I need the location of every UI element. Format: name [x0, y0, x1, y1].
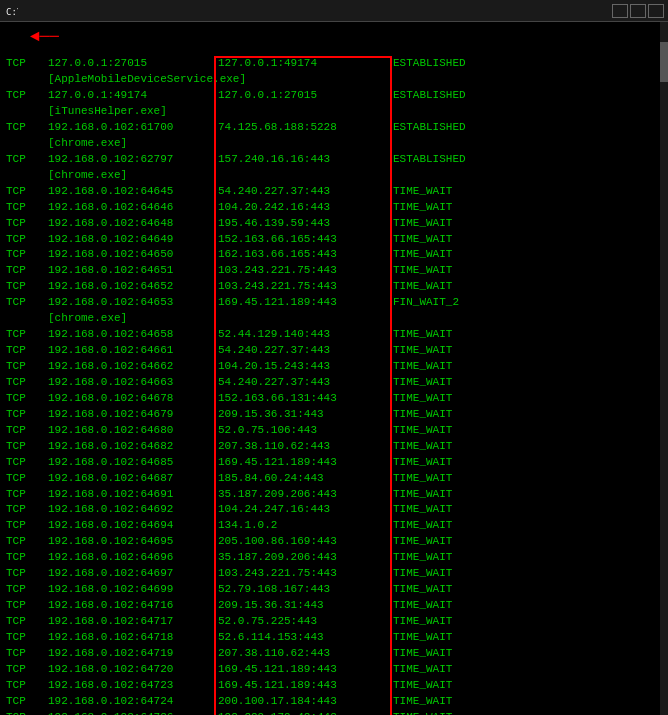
row-local: 127.0.0.1:27015 — [48, 56, 218, 72]
row-proto: TCP — [6, 359, 48, 375]
row-foreign: 169.45.121.189:443 — [218, 295, 393, 311]
row-state: TIME_WAIT — [393, 710, 662, 715]
row-state: TIME_WAIT — [393, 550, 662, 566]
row-state: TIME_WAIT — [393, 487, 662, 503]
row-foreign: 54.240.227.37:443 — [218, 184, 393, 200]
table-row: TCP 192.168.0.102:64694 134.1.0.2 TIME_W… — [6, 518, 662, 534]
table-row: [AppleMobileDeviceService.exe] — [6, 72, 662, 88]
row-proto: TCP — [6, 343, 48, 359]
row-state: TIME_WAIT — [393, 359, 662, 375]
row-proto: TCP — [6, 152, 48, 168]
scrollbar[interactable] — [660, 22, 668, 715]
row-foreign: 104.20.242.16:443 — [218, 200, 393, 216]
row-proto: TCP — [6, 232, 48, 248]
row-foreign: 52.79.168.167:443 — [218, 582, 393, 598]
table-row: TCP 192.168.0.102:64648 195.46.139.59:44… — [6, 216, 662, 232]
row-proto: TCP — [6, 423, 48, 439]
row-local: 192.168.0.102:64682 — [48, 439, 218, 455]
row-proto: TCP — [6, 582, 48, 598]
row-proto: TCP — [6, 710, 48, 715]
table-row: TCP 192.168.0.102:64696 35.187.209.206:4… — [6, 550, 662, 566]
row-foreign: 169.45.121.189:443 — [218, 662, 393, 678]
row-proto: TCP — [6, 120, 48, 136]
table-row: TCP 127.0.0.1:27015 127.0.0.1:49174 ESTA… — [6, 56, 662, 72]
connections-list: TCP 127.0.0.1:27015 127.0.0.1:49174 ESTA… — [6, 56, 662, 715]
row-local: 192.168.0.102:64651 — [48, 263, 218, 279]
table-row: TCP 192.168.0.102:64695 205.100.86.169:4… — [6, 534, 662, 550]
row-state: TIME_WAIT — [393, 216, 662, 232]
scrollbar-thumb[interactable] — [660, 42, 668, 82]
row-state: TIME_WAIT — [393, 630, 662, 646]
row-local: 192.168.0.102:64717 — [48, 614, 218, 630]
table-row: TCP 192.168.0.102:64697 103.243.221.75:4… — [6, 566, 662, 582]
row-local: 192.168.0.102:64658 — [48, 327, 218, 343]
row-foreign: 185.84.60.24:443 — [218, 471, 393, 487]
row-local: 192.168.0.102:64661 — [48, 343, 218, 359]
row-proto: TCP — [6, 439, 48, 455]
table-row: TCP 192.168.0.102:64716 209.15.36.31:443… — [6, 598, 662, 614]
table-row: TCP 192.168.0.102:64649 152.163.66.165:4… — [6, 232, 662, 248]
row-local: 192.168.0.102:64648 — [48, 216, 218, 232]
row-local: 192.168.0.102:64724 — [48, 694, 218, 710]
row-local: 192.168.0.102:64692 — [48, 502, 218, 518]
row-state: ESTABLISHED — [393, 88, 662, 104]
row-state: TIME_WAIT — [393, 566, 662, 582]
table-row: TCP 192.168.0.102:64723 169.45.121.189:4… — [6, 678, 662, 694]
row-local: 192.168.0.102:64645 — [48, 184, 218, 200]
row-local: 192.168.0.102:64680 — [48, 423, 218, 439]
row-foreign: 103.243.221.75:443 — [218, 279, 393, 295]
row-local: 192.168.0.102:64652 — [48, 279, 218, 295]
row-state: TIME_WAIT — [393, 694, 662, 710]
row-proto: TCP — [6, 614, 48, 630]
table-row: [iTunesHelper.exe] — [6, 104, 662, 120]
svg-text:C:\: C:\ — [6, 7, 18, 17]
row-local: 192.168.0.102:64653 — [48, 295, 218, 311]
row-proto — [6, 311, 48, 327]
table-row: TCP 192.168.0.102:64720 169.45.121.189:4… — [6, 662, 662, 678]
restore-button[interactable] — [630, 4, 646, 18]
row-foreign: 103.243.221.75:443 — [218, 566, 393, 582]
row-proto: TCP — [6, 566, 48, 582]
row-proto: TCP — [6, 200, 48, 216]
titlebar-controls — [612, 4, 664, 18]
minimize-button[interactable] — [612, 4, 628, 18]
row-state: TIME_WAIT — [393, 263, 662, 279]
table-row: TCP 192.168.0.102:64699 52.79.168.167:44… — [6, 582, 662, 598]
row-foreign: 152.163.66.165:443 — [218, 232, 393, 248]
row-local: 192.168.0.102:64663 — [48, 375, 218, 391]
row-foreign: 104.24.247.16:443 — [218, 502, 393, 518]
terminal-content[interactable]: ◄── TCP 127.0.0.1:27015 127.0.0.1:49174 … — [0, 22, 668, 715]
command-line: ◄── — [6, 26, 662, 49]
process-name: [iTunesHelper.exe] — [48, 104, 167, 120]
table-row: TCP 192.168.0.102:61700 74.125.68.188:52… — [6, 120, 662, 136]
row-foreign: 52.6.114.153:443 — [218, 630, 393, 646]
row-proto: TCP — [6, 471, 48, 487]
row-foreign: 157.240.16.16:443 — [218, 152, 393, 168]
row-proto: TCP — [6, 518, 48, 534]
row-proto — [6, 72, 48, 88]
row-proto: TCP — [6, 455, 48, 471]
row-foreign: 209.15.36.31:443 — [218, 598, 393, 614]
titlebar: C:\ — [0, 0, 668, 22]
process-name: [chrome.exe] — [48, 136, 127, 152]
row-foreign: 103.243.221.75:443 — [218, 263, 393, 279]
row-proto: TCP — [6, 598, 48, 614]
row-state: TIME_WAIT — [393, 391, 662, 407]
row-proto: TCP — [6, 534, 48, 550]
table-row: TCP 192.168.0.102:64719 207.38.110.62:44… — [6, 646, 662, 662]
row-state: TIME_WAIT — [393, 502, 662, 518]
titlebar-left: C:\ — [4, 4, 22, 18]
row-local: 192.168.0.102:64694 — [48, 518, 218, 534]
row-foreign: 169.45.121.189:443 — [218, 455, 393, 471]
table-row: TCP 192.168.0.102:62797 157.240.16.16:44… — [6, 152, 662, 168]
row-foreign: 152.163.66.131:443 — [218, 391, 393, 407]
row-state: TIME_WAIT — [393, 200, 662, 216]
table-row: TCP 192.168.0.102:64652 103.243.221.75:4… — [6, 279, 662, 295]
row-local: 192.168.0.102:64699 — [48, 582, 218, 598]
row-local: 192.168.0.102:64687 — [48, 471, 218, 487]
row-state: TIME_WAIT — [393, 646, 662, 662]
row-state: TIME_WAIT — [393, 471, 662, 487]
close-button[interactable] — [648, 4, 664, 18]
row-proto: TCP — [6, 662, 48, 678]
red-arrow: ◄── — [30, 26, 59, 49]
